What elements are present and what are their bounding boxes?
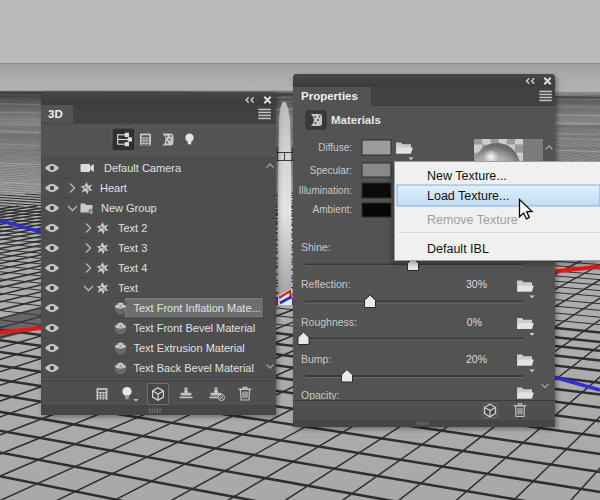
svg-text:Default IBL: Default IBL [427, 242, 489, 256]
svg-text:New Texture...: New Texture... [427, 169, 507, 183]
svg-text:Remove Texture: Remove Texture [427, 213, 518, 227]
svg-text:Load Texture...: Load Texture... [427, 189, 509, 203]
